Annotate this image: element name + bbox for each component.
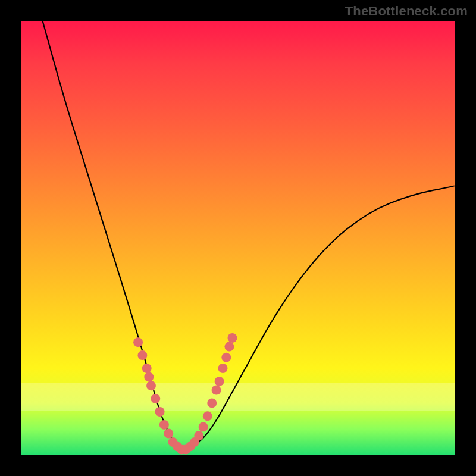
highlight-dot [207,398,217,408]
highlight-dot [155,407,165,416]
highlight-dot [133,337,143,347]
highlight-dot [144,372,154,382]
highlight-dot [164,429,173,439]
highlight-dot [194,431,203,440]
highlight-dot [218,364,228,373]
highlight-band [21,383,455,411]
highlight-dot [212,386,221,395]
highlight-dot [228,333,237,343]
highlight-dots-group [133,333,237,455]
highlight-dot [159,420,169,430]
highlight-dot [224,342,234,352]
plot-area [21,21,455,455]
highlight-dot [142,364,152,373]
highlight-dot [168,437,178,447]
highlight-dot [215,377,224,386]
highlight-dot [203,411,212,421]
highlight-dot [177,445,186,455]
curve-path [43,21,456,450]
highlight-dot [151,394,160,403]
chart-container: TheBottleneck.com [0,0,476,476]
highlight-dot [190,437,199,447]
highlight-dot [146,381,156,390]
highlight-dot [186,441,195,451]
highlight-dot [199,422,208,432]
highlight-dot [173,441,182,451]
highlight-dot [181,445,190,455]
highlight-dot [137,350,147,360]
bottleneck-curve [21,21,455,455]
highlight-dot [221,353,231,362]
watermark-text: TheBottleneck.com [345,4,468,19]
